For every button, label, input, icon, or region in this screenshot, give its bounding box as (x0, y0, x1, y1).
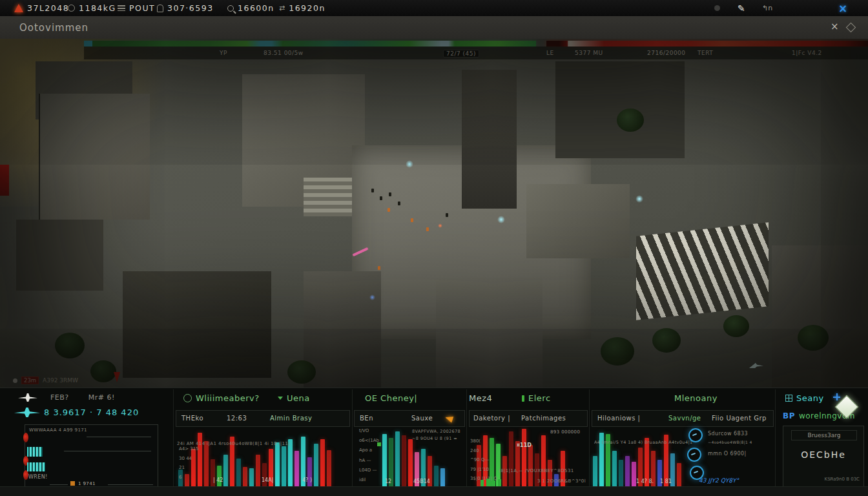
bottom-edge-strip (0, 486, 868, 496)
undo-icon[interactable]: ↰n (762, 0, 772, 16)
game-viewport[interactable]: YP 83.51 00/5w 72/7 (45) LE 5377 MU 2716… (0, 39, 868, 388)
filter-value: Patchimages (521, 415, 566, 422)
tab-wliiimeaberv[interactable]: Wliiimeaberv? (183, 393, 260, 403)
axis-label: 6 (179, 475, 199, 480)
tab-label: Wliiimeaberv? (196, 393, 260, 403)
panel-row-1: Bruess3arg (791, 430, 857, 440)
axis-label: ^90 Q— (470, 457, 497, 462)
tab-mez4[interactable]: Mez4 (469, 393, 492, 403)
notification-badge: 23m (21, 377, 39, 384)
axis-label: 380( (470, 439, 497, 444)
swap-icon: ⇄ (279, 4, 285, 12)
stat-bar (217, 466, 222, 486)
stat-bar (632, 462, 636, 486)
stat-bar (528, 445, 533, 486)
health-blob-icon (23, 470, 28, 480)
stat-bar (243, 467, 247, 486)
right-info-panel[interactable]: Bruess3arg OECbHe KSRa9n0 B 03C (783, 426, 864, 489)
spark-fx (636, 195, 643, 203)
stat-bar (282, 446, 286, 486)
notification: 23m A392 3RMW (13, 377, 78, 384)
tab-label: Uena (287, 393, 310, 403)
circle-row-tiny: ~4so4buo4W8(8|1 4 (708, 440, 752, 444)
stat-bar (294, 451, 299, 486)
circle-row-label: Sdurcow 6833 (708, 431, 748, 437)
filter-box-1[interactable]: THEko 12:63 Almin Brasy (176, 410, 350, 427)
globe-circle-icon[interactable] (687, 448, 701, 462)
divider (589, 389, 590, 488)
tab-seany[interactable]: Seany (785, 393, 824, 403)
tree (617, 108, 644, 132)
add-button[interactable] (833, 393, 840, 400)
pencil-icon[interactable]: ✎ (738, 0, 745, 16)
tab-elerc[interactable]: Elerc (522, 393, 551, 403)
chart-number: | 42 (213, 477, 223, 483)
stat-bar (314, 444, 318, 486)
mini-bar (480, 480, 484, 486)
spark-fx (406, 160, 413, 168)
wing-icon-teal (14, 408, 40, 417)
resource-value: 16600n (238, 3, 274, 13)
chart-number: 12 (385, 479, 391, 484)
tab-mlenoany[interactable]: Mlenoany (674, 393, 718, 403)
axis-label: 240 (470, 448, 497, 453)
filter-box-4[interactable]: Hiloaniows | Savvn/ge Fiio Uagent Grp (592, 410, 774, 427)
tab-label: Mez4 (469, 393, 492, 403)
close-x-icon[interactable]: × (838, 0, 847, 16)
tab-label: Seany (796, 393, 824, 403)
stat-bar (402, 435, 406, 486)
rows-icon (118, 5, 125, 11)
chart-axis-labels: t/VOo6<(1AbApo ahA —L04D —idil (359, 428, 379, 482)
pin-icon (522, 395, 524, 402)
chart-caption: 893 000000 (550, 429, 580, 435)
mini-bar (486, 479, 490, 486)
wave-circle-icon[interactable] (688, 428, 703, 442)
building (16, 220, 103, 291)
trophy-icon (70, 481, 75, 486)
ally-health-bar (84, 41, 536, 46)
squad-detail-box[interactable]: WWWAAAA 4 A99 9171 WREN! 1 9741 (25, 424, 158, 490)
building (526, 184, 630, 258)
resource-item: 307·6593 (157, 0, 214, 16)
stat-bar (327, 450, 331, 486)
bird-icon (749, 363, 763, 368)
stat-bar (256, 455, 260, 486)
window-title-bar: Ootovimmen × (0, 16, 868, 39)
divider (352, 389, 353, 488)
divider (87, 437, 151, 437)
tree (652, 328, 681, 353)
filter-label: Daketory | (473, 415, 510, 422)
tab-oe-cheney[interactable]: OE Cheney| (365, 393, 417, 403)
resource-item: 1184kG (68, 0, 116, 16)
tab-label: OE Cheney| (365, 393, 417, 403)
squad-stat-line: 8 3.9617 · 7 48 420 (14, 408, 139, 417)
squad-col1: FEB? (50, 393, 69, 402)
chart-caption: A4 (mrai/5 Y4 1a8 4) 8ruaaAnb A4tv0u4|1 (594, 440, 693, 445)
flask-icon[interactable] (846, 23, 856, 33)
resource-value: POUT (129, 3, 155, 13)
resource-value: 16920n (289, 3, 326, 13)
health-bar-strip: YP 83.51 00/5w 72/7 (45) LE 5377 MU 2716… (84, 46, 868, 59)
stat-bar (204, 441, 209, 487)
tree (287, 360, 316, 384)
unit (411, 218, 413, 222)
resource-value: 37L2048 (27, 3, 69, 13)
stat-bar (522, 429, 526, 486)
axis-label: hA — (359, 458, 379, 463)
stat-bar (612, 451, 617, 486)
resource-item: 16600n (227, 0, 274, 16)
close-icon[interactable]: × (831, 21, 839, 32)
filter-box-2[interactable]: BEn Sauxe (354, 410, 465, 427)
stat-chart-2 (382, 426, 464, 486)
axis-label: 21 (179, 465, 199, 470)
bp-label: BP (783, 411, 795, 420)
stat-bar (440, 468, 445, 486)
grid-icon (785, 395, 792, 402)
enemy-hp: 2716/20000 (647, 50, 686, 56)
mini-bar (492, 480, 495, 486)
tab-uena[interactable]: Uena (278, 393, 310, 403)
tab-label: Elerc (528, 393, 551, 403)
unit (380, 196, 382, 200)
tree (601, 337, 634, 366)
filter-box-3[interactable]: Daketory | Patchimages (469, 410, 588, 427)
